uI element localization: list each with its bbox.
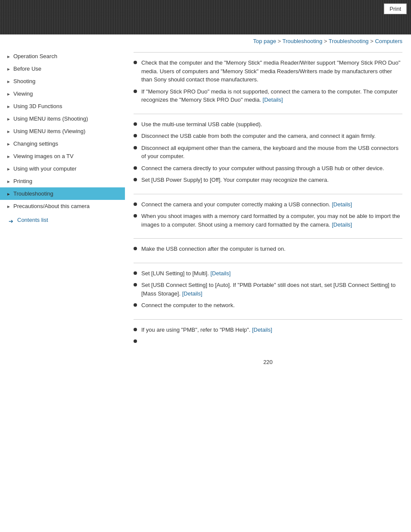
- section-usb-after-on: Make the USB connection after the comput…: [134, 238, 402, 263]
- sidebar-item-11[interactable]: ►Troubleshooting: [0, 187, 125, 200]
- bullet-text: Connect the computer to the network.: [141, 301, 402, 310]
- sidebar-item-label-8: Viewing images on a TV: [13, 153, 74, 159]
- list-item: Connect the camera and your computer cor…: [134, 200, 402, 209]
- sidebar-arrow-icon-12: ►: [6, 204, 11, 208]
- bullet-text: Set [LUN Setting] to [Multi]. [Details]: [141, 269, 402, 278]
- sidebar-item-label-0: Operation Search: [13, 53, 57, 59]
- sidebar-arrow-icon-11: ►: [6, 192, 11, 196]
- sidebar-arrow-icon-6: ►: [6, 129, 11, 134]
- breadcrumb: Top page > Troubleshooting > Troubleshoo…: [0, 34, 411, 48]
- list-item: Connect the computer to the network.: [134, 301, 402, 310]
- sidebar-item-6[interactable]: ►Using MENU items (Viewing): [0, 125, 125, 137]
- list-item: Use the multi-use terminal USB cable (su…: [134, 120, 402, 129]
- bullet-list-usb-connection: Use the multi-use terminal USB cable (su…: [134, 120, 402, 184]
- bullet-text: Use the multi-use terminal USB cable (su…: [141, 120, 402, 129]
- list-item: If you are using "PMB", refer to "PMB He…: [134, 326, 402, 334]
- detail-link[interactable]: [Details]: [210, 270, 230, 277]
- list-item: Set [LUN Setting] to [Multi]. [Details]: [134, 269, 402, 278]
- sidebar-item-label-4: Using 3D Functions: [13, 103, 62, 109]
- sidebar-item-label-11: Troubleshooting: [13, 190, 53, 197]
- page-number: 220: [134, 352, 402, 372]
- sidebar-item-label-1: Before Use: [13, 65, 41, 72]
- sidebar-arrow-icon-5: ►: [6, 117, 11, 121]
- breadcrumb-troubleshooting2[interactable]: Troubleshooting: [329, 38, 369, 44]
- print-button[interactable]: Print: [384, 3, 407, 14]
- main-layout: ►Operation Search►Before Use►Shooting►Vi…: [0, 48, 411, 380]
- sidebar-item-0[interactable]: ►Operation Search: [0, 50, 125, 62]
- bullet-text: Connect the camera and your computer cor…: [141, 200, 402, 209]
- bullet-icon: [134, 247, 137, 250]
- detail-link[interactable]: [Details]: [182, 290, 202, 297]
- sidebar-item-12[interactable]: ►Precautions/About this camera: [0, 200, 125, 212]
- sidebar-arrow-icon-9: ►: [6, 167, 11, 171]
- section-usb-connection: Use the multi-use terminal USB cable (su…: [134, 114, 402, 194]
- header-banner: Print: [0, 0, 411, 34]
- bullet-icon: [134, 134, 137, 137]
- content-area: Check that the computer and the "Memory …: [125, 48, 411, 380]
- sidebar-arrow-icon-7: ►: [6, 142, 11, 146]
- sidebar-item-5[interactable]: ►Using MENU items (Shooting): [0, 112, 125, 125]
- list-item: If "Memory Stick PRO Duo" media is not s…: [134, 87, 402, 104]
- sidebar-item-7[interactable]: ►Changing settings: [0, 137, 125, 150]
- detail-link[interactable]: [Details]: [332, 221, 352, 228]
- list-item: Connect the camera directly to your comp…: [134, 164, 402, 173]
- contents-list-arrow-icon: [9, 218, 16, 222]
- section-memory-stick: Check that the computer and the "Memory …: [134, 52, 402, 114]
- sidebar-item-9[interactable]: ►Using with your computer: [0, 162, 125, 175]
- breadcrumb-computers[interactable]: Computers: [375, 38, 402, 44]
- contents-list-label: Contents list: [17, 217, 48, 223]
- bullet-text: Make the USB connection after the comput…: [141, 245, 402, 253]
- bullet-text: Set [USB Power Supply] to [Off]. Your co…: [141, 176, 402, 184]
- bullet-icon: [134, 283, 137, 286]
- bullet-icon: [134, 146, 137, 149]
- sidebar: ►Operation Search►Before Use►Shooting►Vi…: [0, 48, 125, 380]
- bullet-text: Disconnect the USB cable from both the c…: [141, 132, 402, 140]
- sidebar-item-2[interactable]: ►Shooting: [0, 75, 125, 87]
- bullet-icon: [134, 166, 137, 170]
- sidebar-item-label-3: Viewing: [13, 90, 33, 97]
- bullet-list-import: Connect the camera and your computer cor…: [134, 200, 402, 229]
- sidebar-arrow-icon-2: ►: [6, 79, 11, 84]
- contents-list-link[interactable]: Contents list: [0, 212, 125, 227]
- bullet-icon: [134, 202, 137, 206]
- breadcrumb-top-page[interactable]: Top page: [253, 38, 276, 44]
- bullet-list-memory-stick: Check that the computer and the "Memory …: [134, 59, 402, 104]
- bullet-icon: [134, 214, 137, 218]
- section-import: Connect the camera and your computer cor…: [134, 194, 402, 239]
- sidebar-item-10[interactable]: ►Printing: [0, 175, 125, 187]
- bullet-text: Check that the computer and the "Memory …: [141, 59, 402, 84]
- list-item: Disconnect the USB cable from both the c…: [134, 132, 402, 140]
- bullet-icon: [134, 122, 137, 126]
- bullet-list-usb-after-on: Make the USB connection after the comput…: [134, 245, 402, 253]
- detail-link[interactable]: [Details]: [252, 327, 272, 333]
- sidebar-item-8[interactable]: ►Viewing images on a TV: [0, 150, 125, 162]
- detail-link[interactable]: [Details]: [332, 201, 352, 208]
- bullet-icon: [134, 271, 137, 275]
- bullet-icon: [134, 178, 137, 181]
- sidebar-arrow-icon-0: ►: [6, 54, 11, 59]
- sidebar-arrow-icon-4: ►: [6, 104, 11, 109]
- section-pmb: If you are using "PMB", refer to "PMB He…: [134, 319, 402, 353]
- sidebar-item-label-5: Using MENU items (Shooting): [13, 115, 88, 122]
- list-item: Disconnect all equipment other than the …: [134, 144, 402, 161]
- bullet-text: When you shoot images with a memory card…: [141, 212, 402, 229]
- bullet-icon: [134, 61, 137, 64]
- detail-link[interactable]: [Details]: [263, 96, 283, 103]
- sidebar-arrow-icon-1: ►: [6, 67, 11, 71]
- list-item: [134, 337, 402, 343]
- sidebar-item-label-2: Shooting: [13, 78, 35, 84]
- sidebar-item-4[interactable]: ►Using 3D Functions: [0, 100, 125, 112]
- breadcrumb-troubleshooting1[interactable]: Troubleshooting: [283, 38, 323, 44]
- sidebar-item-1[interactable]: ►Before Use: [0, 62, 125, 75]
- bullet-text: Disconnect all equipment other than the …: [141, 144, 402, 161]
- bullet-list-pmb: If you are using "PMB", refer to "PMB He…: [134, 326, 402, 343]
- sidebar-item-3[interactable]: ►Viewing: [0, 87, 125, 100]
- bullet-icon: [134, 90, 137, 93]
- bullet-list-lun-setting: Set [LUN Setting] to [Multi]. [Details]S…: [134, 269, 402, 310]
- section-lun-setting: Set [LUN Setting] to [Multi]. [Details]S…: [134, 263, 402, 319]
- bullet-icon: [134, 303, 137, 307]
- list-item: When you shoot images with a memory card…: [134, 212, 402, 229]
- sidebar-arrow-icon-10: ►: [6, 179, 11, 184]
- list-item: Make the USB connection after the comput…: [134, 245, 402, 253]
- sidebar-arrow-icon-3: ►: [6, 92, 11, 96]
